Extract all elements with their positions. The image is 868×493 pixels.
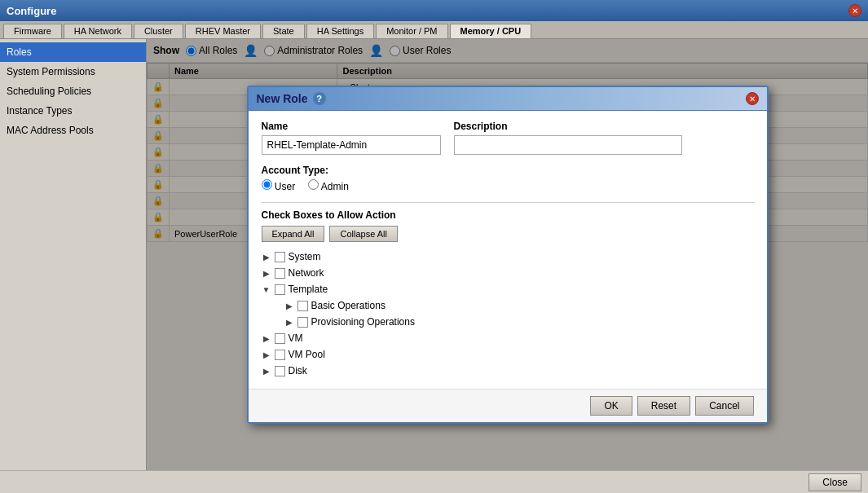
system-toggle[interactable] [262, 252, 271, 262]
tab-memory-cpu[interactable]: Memory / CPU [450, 24, 532, 38]
tree-item-vm: VM [262, 330, 754, 346]
provisioning-ops-label[interactable]: Provisioning Operations [311, 316, 415, 328]
account-type-admin-label: Admin [321, 181, 349, 192]
main-window: Configure ✕ Firmware HA Network Cluster … [0, 0, 868, 493]
modal-close-button[interactable]: ✕ [746, 92, 759, 105]
sidebar-item-scheduling-policies[interactable]: Scheduling Policies [0, 81, 146, 101]
disk-label[interactable]: Disk [289, 365, 307, 376]
modal-body: Name Description Account Type: [249, 111, 767, 389]
provisioning-ops-toggle[interactable] [284, 317, 294, 327]
tab-bar: Firmware HA Network Cluster RHEV Master … [0, 21, 868, 39]
ok-button[interactable]: OK [590, 396, 632, 416]
description-label: Description [454, 121, 682, 132]
modal-title-left: New Role ? [257, 92, 326, 105]
account-type-user-label: User [275, 181, 295, 192]
tab-monitor-pm[interactable]: Monitor / PM [376, 24, 447, 38]
main-content: Show All Roles 👤 Administrator Roles 👤 U… [147, 39, 868, 470]
template-toggle[interactable] [262, 284, 271, 294]
account-type-user-option[interactable]: User [262, 179, 296, 192]
tree-container: System Network [262, 249, 754, 379]
collapse-all-button[interactable]: Collapse All [329, 226, 397, 242]
form-group-name: Name [262, 121, 441, 155]
sidebar-item-mac-address-pools[interactable]: MAC Address Pools [0, 121, 146, 140]
vm-toggle[interactable] [262, 333, 271, 343]
basic-ops-label[interactable]: Basic Operations [311, 300, 386, 311]
bottom-bar: Close [0, 470, 868, 493]
vm-checkbox[interactable] [275, 333, 285, 344]
title-bar: Configure ✕ [0, 0, 868, 21]
tree-item-disk: Disk [262, 363, 754, 379]
tree-item-vm-pool: VM Pool [262, 346, 754, 363]
checkboxes-section: Check Boxes to Allow Action Expand All C… [262, 209, 754, 242]
sidebar-item-roles[interactable]: Roles [0, 42, 146, 62]
description-input[interactable] [454, 135, 682, 155]
vm-pool-toggle[interactable] [262, 350, 271, 359]
account-type-admin-radio[interactable] [308, 179, 319, 190]
form-group-description: Description [454, 121, 682, 155]
tab-cluster[interactable]: Cluster [134, 24, 183, 38]
vm-pool-label[interactable]: VM Pool [289, 349, 325, 360]
tree-item-network: Network [262, 265, 754, 281]
modal-overlay: New Role ? ✕ Name [147, 39, 868, 470]
cancel-button[interactable]: Cancel [695, 396, 753, 416]
content-area: Roles System Permissions Scheduling Poli… [0, 39, 868, 470]
vm-pool-checkbox[interactable] [275, 350, 285, 360]
tab-state[interactable]: State [262, 24, 305, 38]
provisioning-ops-checkbox[interactable] [297, 317, 308, 328]
account-type-radios: User Admin [262, 179, 754, 192]
new-role-dialog: New Role ? ✕ Name [247, 86, 769, 424]
tab-firmware[interactable]: Firmware [3, 24, 62, 38]
modal-title-bar: New Role ? ✕ [249, 87, 767, 111]
window-close-button[interactable]: ✕ [848, 4, 861, 17]
account-type-admin-option[interactable]: Admin [308, 179, 349, 192]
name-label: Name [262, 121, 441, 132]
system-label[interactable]: System [289, 251, 321, 262]
account-type-label: Account Type: [262, 165, 754, 176]
tab-ha-network[interactable]: HA Network [64, 24, 132, 38]
window-title: Configure [7, 5, 56, 17]
modal-title: New Role [257, 92, 308, 105]
sidebar-item-system-permissions[interactable]: System Permissions [0, 62, 146, 81]
section-divider [262, 202, 754, 203]
tree-item-template: Template [262, 281, 754, 297]
network-label[interactable]: Network [289, 267, 324, 279]
template-children: Basic Operations Provisioning Operations [284, 297, 754, 330]
template-checkbox[interactable] [275, 284, 285, 295]
tab-rhev-master[interactable]: RHEV Master [185, 24, 261, 38]
disk-checkbox[interactable] [275, 366, 285, 376]
system-checkbox[interactable] [275, 252, 285, 262]
account-type-user-radio[interactable] [262, 179, 272, 190]
network-checkbox[interactable] [275, 268, 285, 279]
network-toggle[interactable] [262, 268, 271, 278]
help-icon[interactable]: ? [313, 92, 326, 105]
name-input[interactable] [262, 135, 441, 155]
template-label[interactable]: Template [289, 284, 328, 295]
vm-label[interactable]: VM [289, 332, 303, 344]
form-name-desc-row: Name Description [262, 121, 754, 155]
tree-item-provisioning-ops: Provisioning Operations [284, 314, 754, 330]
tree-item-basic-ops: Basic Operations [284, 297, 754, 314]
tab-ha-settings[interactable]: HA Settings [306, 24, 374, 38]
account-type-section: Account Type: User Admin [262, 165, 754, 192]
reset-button[interactable]: Reset [637, 396, 690, 416]
expand-all-button[interactable]: Expand All [262, 226, 325, 242]
basic-ops-toggle[interactable] [284, 301, 294, 310]
modal-footer: OK Reset Cancel [249, 389, 767, 422]
close-button[interactable]: Close [809, 473, 861, 491]
sidebar-item-instance-types[interactable]: Instance Types [0, 101, 146, 121]
sidebar: Roles System Permissions Scheduling Poli… [0, 39, 147, 470]
expand-buttons: Expand All Collapse All [262, 226, 754, 242]
disk-toggle[interactable] [262, 366, 271, 376]
tree-item-system: System [262, 249, 754, 265]
checkboxes-header: Check Boxes to Allow Action [262, 209, 754, 221]
basic-ops-checkbox[interactable] [297, 301, 308, 311]
